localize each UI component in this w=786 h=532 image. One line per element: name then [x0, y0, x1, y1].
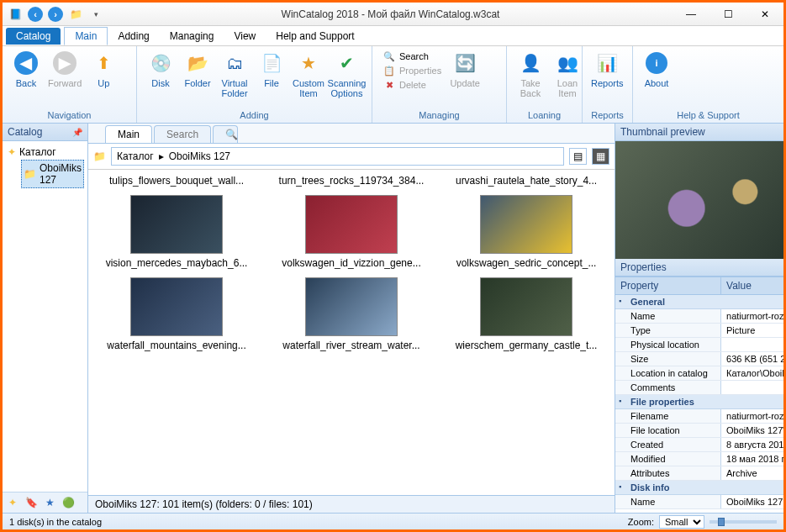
tab-main[interactable]: Main [64, 27, 108, 45]
prop-row: Filenamenatiurmort-rozy-noty-... [615, 409, 786, 424]
breadcrumb[interactable]: Каталог ▸ OboiMiks 127 [111, 147, 564, 166]
prop-col-property: Property [615, 277, 721, 294]
prop-row: Comments [615, 381, 786, 395]
prop-row: Modified18 мая 2018 г.. 21:... [615, 452, 786, 466]
center-tab-main[interactable]: Main [105, 125, 152, 143]
prop-row: TypePicture [615, 324, 786, 338]
center-status: OboiMiks 127: 101 item(s) (folders: 0 / … [88, 495, 615, 513]
prop-row: Size636 KB (651 218 By... [615, 352, 786, 366]
thumbnail-preview [615, 141, 786, 259]
ribbon-group-navigation: Navigation [3, 108, 136, 123]
ribbon-group-help: Help & Support [633, 108, 783, 123]
ribbon-group-adding: Adding [137, 108, 372, 123]
delete-button[interactable]: ✖Delete [382, 78, 441, 92]
prop-row: Location in catalogКаталог\OboiMiks [615, 366, 786, 381]
search-button[interactable]: 🔍Search [382, 50, 441, 63]
catalog-panel-pin-icon[interactable]: 📌 [72, 128, 82, 137]
reports-button[interactable]: 📊Reports [588, 48, 627, 90]
prop-section-file[interactable]: File properties [615, 395, 786, 409]
virtual-folder-button[interactable]: 🗂Virtual Folder [216, 48, 253, 100]
prop-row: Created8 августа 2018 г. 7... [615, 438, 786, 452]
breadcrumb-folder-icon: 📁 [93, 150, 106, 162]
qa-back-icon[interactable]: ‹ [26, 5, 45, 24]
center-tab-extra[interactable]: 🔍 [213, 125, 238, 143]
zoom-select[interactable]: Small [659, 515, 704, 529]
window-title: WinCatalog 2018 - Мой файл WinCatalog.w3… [108, 8, 673, 20]
list-item[interactable]: tulips_flowers_bouquet_wall... [97, 175, 256, 187]
properties-button[interactable]: 📋Properties [382, 64, 441, 77]
tab-adding[interactable]: Adding [108, 28, 159, 45]
about-button[interactable]: iAbout [638, 48, 675, 90]
prop-col-value: Value [721, 277, 757, 294]
tree-root[interactable]: ✦Каталог [6, 145, 84, 160]
prop-row: AttributesArchive [615, 466, 786, 481]
tab-catalog[interactable]: Catalog [6, 28, 61, 45]
thumbnail-panel-title: Thumbnail preview [620, 126, 705, 138]
filter-people-icon[interactable]: 🟢 [61, 495, 76, 510]
list-item[interactable]: waterfall_river_stream_water... [272, 277, 431, 351]
center-tab-search[interactable]: Search [154, 125, 211, 143]
prop-section-general[interactable]: General [615, 295, 786, 309]
disk-button[interactable]: 💿Disk [142, 48, 179, 90]
prop-row: NameOboiMiks 127 [615, 495, 786, 509]
custom-item-button[interactable]: ★Custom Item [290, 48, 327, 100]
tab-view[interactable]: View [224, 28, 266, 45]
forward-button[interactable]: ▶Forward [45, 48, 85, 90]
minimize-button[interactable]: — [673, 3, 710, 26]
tab-help[interactable]: Help and Support [266, 28, 364, 45]
ribbon-group-loaning: Loaning [507, 108, 582, 123]
list-item[interactable]: vision_mercedes_maybach_6... [97, 195, 256, 269]
file-button[interactable]: 📄File [253, 48, 290, 90]
list-item[interactable]: wierschem_germany_castle_t... [446, 277, 606, 351]
ribbon-group-reports: Reports [583, 108, 632, 123]
prop-section-disk[interactable]: Disk info [615, 481, 786, 495]
view-list-icon[interactable]: ▤ [569, 148, 587, 165]
list-item[interactable]: waterfall_mountains_evening... [97, 277, 256, 351]
take-back-button[interactable]: 👤Take Back [512, 48, 549, 100]
up-button[interactable]: ⬆Up [85, 48, 122, 90]
filter-fav-icon[interactable]: ★ [42, 495, 57, 510]
prop-row: Namenatiurmort-rozy-noty-... [615, 309, 786, 324]
update-button[interactable]: 🔄Update [446, 48, 483, 90]
status-disk-count: 1 disk(s) in the catalog [9, 517, 102, 527]
folder-icon: 📁 [24, 168, 36, 180]
prop-row: Physical location [615, 338, 786, 352]
filter-tag-icon[interactable]: 🔖 [24, 495, 39, 510]
view-thumb-icon[interactable]: ▦ [592, 148, 609, 165]
zoom-slider[interactable] [710, 520, 777, 524]
ribbon-group-managing: Managing [372, 108, 506, 123]
list-item[interactable]: volkswagen_id_vizzion_gene... [272, 195, 431, 269]
list-item[interactable]: urvashi_rautela_hate_story_4... [446, 175, 606, 187]
qa-folder-icon[interactable]: 📁 [66, 5, 85, 24]
tab-managing[interactable]: Managing [160, 28, 224, 45]
qa-forward-icon[interactable]: › [46, 5, 65, 24]
file-grid: tulips_flowers_bouquet_wall... turn_tree… [88, 170, 615, 495]
back-button[interactable]: ◀Back [8, 48, 45, 90]
loan-item-button[interactable]: 👥Loan Item [549, 48, 586, 100]
list-item[interactable]: volkswagen_sedric_concept_... [446, 195, 606, 269]
qa-dropdown-icon[interactable]: ▾ [87, 5, 105, 24]
list-item[interactable]: turn_trees_rocks_119734_384... [272, 175, 431, 187]
filter-star-icon[interactable]: ✦ [5, 495, 20, 510]
close-button[interactable]: ✕ [746, 3, 783, 26]
prop-row: File locationOboiMiks 127\natiu... [615, 424, 786, 438]
tree-child-oboimiks[interactable]: 📁OboiMiks 127 [21, 160, 84, 188]
properties-panel-title: Properties [620, 261, 667, 273]
star-icon: ✦ [8, 146, 16, 158]
catalog-panel-title: Catalog [8, 126, 42, 138]
maximize-button[interactable]: ☐ [710, 3, 746, 26]
scanning-options-button[interactable]: ✔Scanning Options [327, 48, 367, 100]
folder-button[interactable]: 📂Folder [179, 48, 216, 90]
app-icon: 📘 [6, 5, 24, 24]
zoom-label: Zoom: [628, 517, 654, 527]
